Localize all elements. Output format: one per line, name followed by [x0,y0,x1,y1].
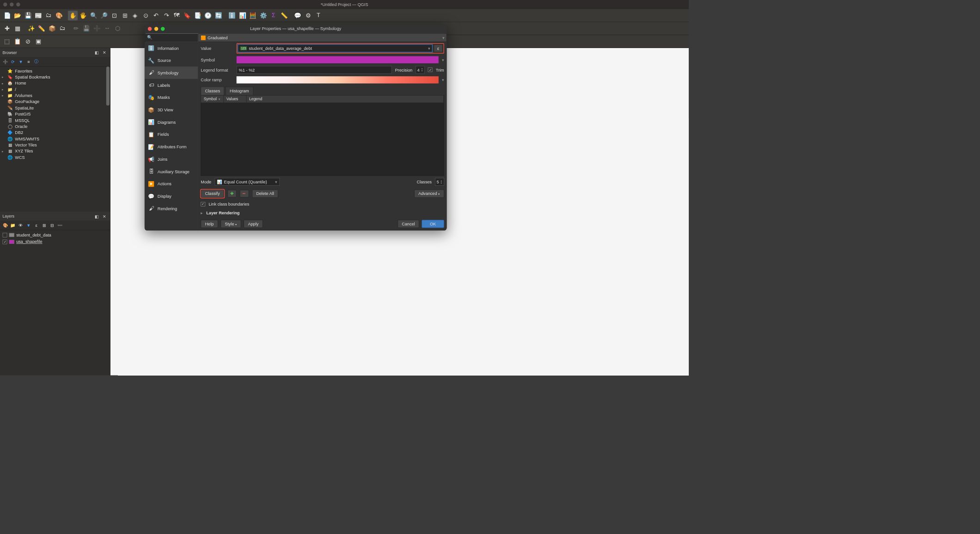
new-geopackage-icon[interactable]: 📦 [47,24,57,33]
dialog-minimize-icon[interactable] [154,27,158,30]
browser-item[interactable]: ▸📁/ [0,86,109,92]
layer-rendering-label[interactable]: Layer Rendering [206,210,239,215]
col-values[interactable]: Values [224,96,246,103]
browser-item[interactable]: 🌐WMS/WMTS [0,136,109,142]
classify-button[interactable]: Classify [201,189,224,198]
zoom-next-icon[interactable]: ↷ [161,11,171,20]
pan-icon[interactable]: ✋ [68,11,78,20]
expression-filter-icon[interactable]: ε [33,222,40,229]
layer-style-icon[interactable]: 🎨 [2,222,8,229]
select-all-icon[interactable]: ▣ [33,36,43,46]
layer-item[interactable]: student_debt_data [1,231,109,238]
link-boundaries-checkbox[interactable] [201,202,205,206]
sidebar-item-rendering[interactable]: 🖌Rendering [145,202,198,215]
show-bookmarks-icon[interactable]: 📑 [193,11,202,20]
collapse-all-icon[interactable]: ≡ [25,59,32,65]
col-legend[interactable]: Legend [246,96,444,103]
dialog-zoom-icon[interactable] [161,27,165,30]
browser-item[interactable]: 🐘PostGIS [0,111,109,117]
add-class-button[interactable]: ✚ [227,190,237,197]
browser-item[interactable]: ◯Oracle [0,123,109,129]
layer-visibility-checkbox[interactable] [3,239,7,244]
add-feature-icon[interactable]: ➕ [92,24,102,33]
browser-dock-icon[interactable]: ◧ [93,49,100,56]
sidebar-item-display[interactable]: 💬Display [145,190,198,202]
map-tips-icon[interactable]: 💬 [293,11,302,20]
col-symbol[interactable]: Symbol ▼ [201,96,224,103]
expand-layer-rendering-icon[interactable]: ▸ [201,210,203,215]
refresh-browser-icon[interactable]: ⟳ [10,59,16,65]
browser-item[interactable]: ▸🏠Home [0,80,109,86]
sidebar-item-diagrams[interactable]: 📊Diagrams [145,116,198,128]
text-annotation-icon[interactable]: T [313,11,323,20]
new-print-layout-icon[interactable]: 📰 [33,11,43,20]
add-vector-icon[interactable]: ✚ [2,24,12,33]
sidebar-item-actions[interactable]: ▶️Actions [145,177,198,190]
remove-layer-icon[interactable]: ➖ [56,222,63,229]
advanced-button[interactable]: Advanced ▾ [414,189,444,198]
delete-all-button[interactable]: Delete All [252,189,278,198]
options-icon[interactable]: ⚙ [303,11,313,20]
chevron-down-icon[interactable]: ▾ [442,57,444,62]
toolbox-icon[interactable]: ⚙️ [258,11,268,20]
layout-manager-icon[interactable]: 🗂 [44,11,54,20]
layers-tree[interactable]: student_debt_datausa_shapefile [0,230,110,375]
add-group-icon[interactable]: 📁 [10,222,16,229]
new-bookmark-icon[interactable]: 🔖 [182,11,192,20]
save-project-icon[interactable]: 💾 [23,11,33,20]
filter-legend-icon[interactable]: ▼ [25,222,32,229]
help-button[interactable]: Help [201,220,218,228]
cancel-button[interactable]: Cancel [398,220,419,228]
zoom-selection-icon[interactable]: ⊞ [120,11,129,20]
identify-icon[interactable]: ℹ️ [227,11,237,20]
visibility-icon[interactable]: 👁 [18,222,24,229]
browser-item[interactable]: 📦GeoPackage [0,99,109,105]
browser-close-icon[interactable]: ✕ [101,49,108,56]
sidebar-item-information[interactable]: ℹ️Information [145,42,198,55]
sidebar-item-attributes-form[interactable]: 📝Attributes Form [145,140,198,153]
zoom-layer-icon[interactable]: ◈ [130,11,140,20]
select-features-icon[interactable]: ⬚ [2,36,12,46]
toggle-edit-icon[interactable]: ✏ [71,24,81,33]
sidebar-item-3d-view[interactable]: 📦3D View [145,103,198,116]
new-project-icon[interactable]: 📄 [2,11,12,20]
add-raster-icon[interactable]: ▦ [12,24,22,33]
trim-checkbox[interactable] [428,67,433,72]
expression-button[interactable]: ε [434,44,443,52]
value-field-combo[interactable]: 123 student_debt_data_average_debt ▾ [238,44,432,52]
pan-to-selection-icon[interactable]: 🖐 [78,11,88,20]
zoom-out-icon[interactable]: 🔎 [99,11,109,20]
statistics-icon[interactable]: Σ [269,11,278,20]
browser-item[interactable]: ▸▦XYZ Tiles [0,148,109,154]
browser-item[interactable]: 🌐WCS [0,154,109,160]
edit-icon[interactable]: ✏️ [37,24,46,33]
dialog-close-icon[interactable] [148,27,152,30]
remove-class-button[interactable]: ━ [239,190,249,197]
zoom-last-icon[interactable]: ↶ [151,11,161,20]
zoom-full-icon[interactable]: ⊡ [110,11,119,20]
new-map-view-icon[interactable]: 🗺 [172,11,182,20]
classes-table-body[interactable] [201,103,444,176]
renderer-type-combo[interactable]: 🟧 Graduated ▾ [198,33,447,42]
legend-format-input[interactable]: %1 - %2 [237,66,392,74]
dialog-search[interactable]: 🔍 [145,33,198,42]
layers-dock-icon[interactable]: ◧ [93,213,100,219]
new-shapefile-icon[interactable]: ✨ [26,24,36,33]
layers-close-icon[interactable]: ✕ [101,213,108,219]
apply-button[interactable]: Apply [244,220,263,228]
tab-classes[interactable]: Classes [201,87,224,95]
layer-item[interactable]: usa_shapefile [1,238,109,245]
select-by-value-icon[interactable]: 📋 [12,36,22,46]
sidebar-item-fields[interactable]: 📋Fields [145,128,198,141]
deselect-icon[interactable]: ⊘ [23,36,33,46]
ok-button[interactable]: OK [422,220,444,228]
sidebar-item-auxiliary-storage[interactable]: 🗄Auxiliary Storage [145,165,198,178]
zoom-window-icon[interactable] [16,3,20,6]
temporal-controller-icon[interactable]: 🕐 [203,11,213,20]
save-edits-icon[interactable]: 💾 [81,24,91,33]
browser-tree[interactable]: ⭐Favorites▸🔖Spatial Bookmarks▸🏠Home▸📁/▸📁… [0,67,110,212]
browser-item[interactable]: ⭐Favorites [0,68,109,74]
minimize-window-icon[interactable] [10,3,13,6]
vertex-tool-icon[interactable]: ⬡ [113,24,122,33]
chevron-down-icon[interactable]: ▾ [442,78,444,83]
